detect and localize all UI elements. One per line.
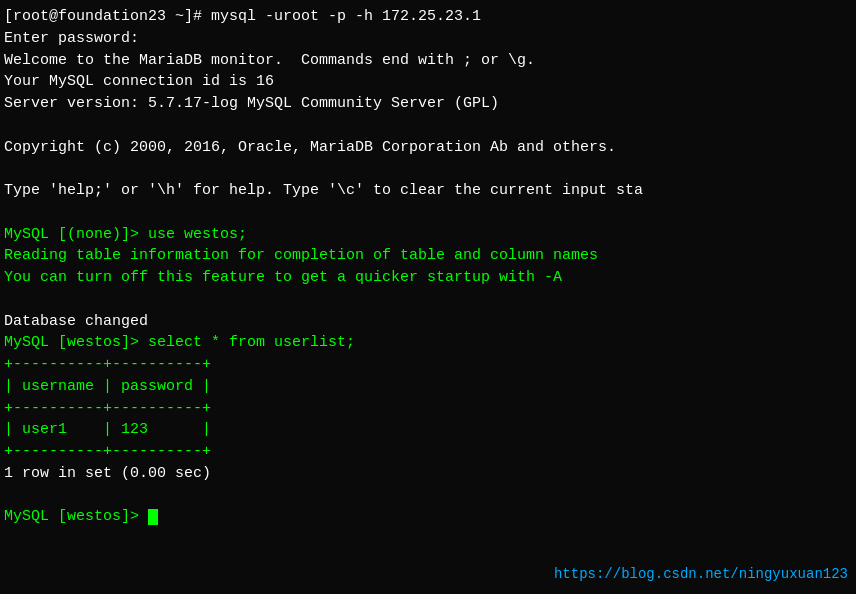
terminal-line: +----------+----------+ [4, 441, 852, 463]
terminal-line: 1 row in set (0.00 sec) [4, 463, 852, 485]
watermark: https://blog.csdn.net/ningyuxuan123 [554, 564, 848, 584]
terminal-line: | username | password | [4, 376, 852, 398]
terminal-line: +----------+----------+ [4, 354, 852, 376]
terminal-empty-line [4, 158, 852, 180]
terminal-line: MySQL [westos]> [4, 506, 852, 528]
terminal-line: MySQL [(none)]> use westos; [4, 224, 852, 246]
terminal: [root@foundation23 ~]# mysql -uroot -p -… [0, 0, 856, 594]
terminal-line: Reading table information for completion… [4, 245, 852, 267]
terminal-cursor [148, 509, 158, 526]
terminal-line: Your MySQL connection id is 16 [4, 71, 852, 93]
terminal-line: +----------+----------+ [4, 398, 852, 420]
terminal-empty-line [4, 115, 852, 137]
terminal-line: Welcome to the MariaDB monitor. Commands… [4, 50, 852, 72]
terminal-line: Database changed [4, 311, 852, 333]
terminal-empty-line [4, 289, 852, 311]
terminal-line: You can turn off this feature to get a q… [4, 267, 852, 289]
terminal-line: Copyright (c) 2000, 2016, Oracle, MariaD… [4, 137, 852, 159]
terminal-line: [root@foundation23 ~]# mysql -uroot -p -… [4, 6, 852, 28]
terminal-line: | user1 | 123 | [4, 419, 852, 441]
terminal-line: MySQL [westos]> select * from userlist; [4, 332, 852, 354]
terminal-output: [root@foundation23 ~]# mysql -uroot -p -… [4, 6, 852, 528]
terminal-line: Type 'help;' or '\h' for help. Type '\c'… [4, 180, 852, 202]
terminal-empty-line [4, 202, 852, 224]
terminal-line: Enter password: [4, 28, 852, 50]
terminal-line: Server version: 5.7.17-log MySQL Communi… [4, 93, 852, 115]
terminal-empty-line [4, 485, 852, 507]
